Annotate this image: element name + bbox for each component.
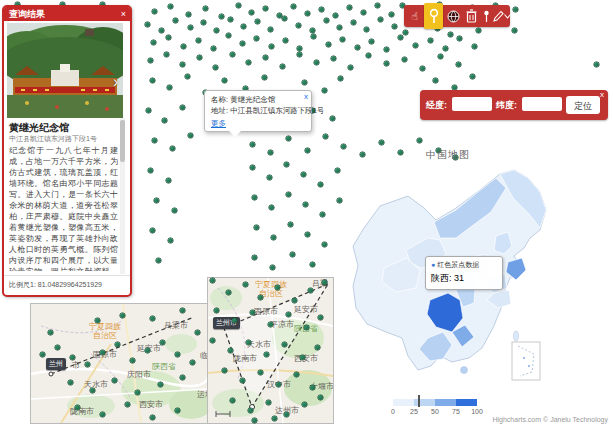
poi-marker[interactable] xyxy=(180,375,185,380)
poi-marker[interactable] xyxy=(214,308,219,313)
poi-marker[interactable] xyxy=(210,278,215,283)
poi-marker[interactable] xyxy=(166,35,171,40)
poi-marker[interactable] xyxy=(413,43,418,48)
poi-marker[interactable] xyxy=(305,232,310,237)
poi-marker[interactable] xyxy=(379,140,384,145)
poi-marker[interactable] xyxy=(148,168,153,173)
poi-marker[interactable] xyxy=(219,14,224,19)
poi-marker[interactable] xyxy=(304,325,309,330)
poi-marker[interactable] xyxy=(248,408,253,413)
poi-marker[interactable] xyxy=(284,162,289,167)
poi-marker[interactable] xyxy=(337,25,342,30)
poi-marker[interactable] xyxy=(151,40,156,45)
poi-marker[interactable] xyxy=(232,318,237,323)
poi-marker[interactable] xyxy=(428,38,433,43)
poi-marker[interactable] xyxy=(120,313,125,318)
poi-marker[interactable] xyxy=(197,55,202,60)
poi-marker[interactable] xyxy=(347,5,352,10)
poi-marker[interactable] xyxy=(90,388,95,393)
poi-marker[interactable] xyxy=(280,64,285,69)
globe-tool[interactable] xyxy=(445,5,462,27)
poi-marker[interactable] xyxy=(164,52,169,57)
poi-marker[interactable] xyxy=(95,318,100,323)
poi-marker[interactable] xyxy=(255,19,260,24)
poi-marker[interactable] xyxy=(456,62,461,67)
poi-marker[interactable] xyxy=(301,172,306,177)
scrollbar-thumb[interactable] xyxy=(120,120,125,162)
poi-marker[interactable] xyxy=(322,88,327,93)
poi-marker[interactable] xyxy=(311,34,316,39)
poi-marker[interactable] xyxy=(268,150,273,155)
poi-marker[interactable] xyxy=(310,262,315,267)
poi-marker[interactable] xyxy=(315,345,320,350)
poi-marker[interactable] xyxy=(112,378,117,383)
poi-marker[interactable] xyxy=(258,295,263,300)
poi-marker[interactable] xyxy=(283,38,288,43)
poi-marker[interactable] xyxy=(145,348,150,353)
poi-marker[interactable] xyxy=(85,362,90,367)
poi-marker[interactable] xyxy=(152,138,157,143)
poi-marker[interactable] xyxy=(296,23,301,28)
inset-map-northwest[interactable]: 宁夏回族自治区固原市延安市吕梁市临陕西省庆阳市天水市西安市运城陇南市兰州市 xyxy=(30,303,209,424)
poi-marker[interactable] xyxy=(302,402,307,407)
poi-marker[interactable] xyxy=(135,390,140,395)
poi-marker[interactable] xyxy=(70,355,75,360)
poi-marker[interactable] xyxy=(457,36,462,41)
poi-marker[interactable] xyxy=(263,6,268,11)
poi-marker[interactable] xyxy=(337,198,342,203)
poi-marker[interactable] xyxy=(188,25,193,30)
poi-marker[interactable] xyxy=(185,74,190,79)
poi-marker[interactable] xyxy=(308,288,313,293)
poi-marker[interactable] xyxy=(364,27,369,32)
poi-marker[interactable] xyxy=(175,408,180,413)
add-marker-tool[interactable] xyxy=(424,3,443,29)
poi-marker[interactable] xyxy=(270,265,275,270)
poi-marker[interactable] xyxy=(196,38,201,43)
poi-marker[interactable] xyxy=(476,28,481,33)
poi-marker[interactable] xyxy=(150,228,155,233)
poi-marker[interactable] xyxy=(55,345,60,350)
poi-marker[interactable] xyxy=(252,255,257,260)
poi-marker[interactable] xyxy=(470,74,475,79)
poi-marker[interactable] xyxy=(297,52,302,57)
toolbar-dropdown[interactable] xyxy=(503,5,511,27)
poi-marker[interactable] xyxy=(512,28,517,33)
poi-marker[interactable] xyxy=(254,225,259,230)
poi-marker[interactable] xyxy=(305,148,310,153)
poi-description[interactable]: 纪念馆于一九八七年十月建成，占地一万六千平方米，为仿古式建筑，琉璃瓦盖顶，红墙环… xyxy=(9,145,118,271)
poi-marker[interactable] xyxy=(282,342,287,347)
delete-tool[interactable] xyxy=(463,5,480,27)
poi-marker[interactable] xyxy=(318,395,323,400)
poi-marker[interactable] xyxy=(282,16,287,21)
poi-marker[interactable] xyxy=(366,53,371,58)
coords-close-icon[interactable]: x xyxy=(600,90,604,99)
poi-marker[interactable] xyxy=(361,10,366,15)
poi-marker[interactable] xyxy=(150,78,155,83)
poi-marker[interactable] xyxy=(392,24,397,29)
poi-marker[interactable] xyxy=(268,27,273,32)
longitude-input[interactable] xyxy=(452,97,492,111)
poi-marker[interactable] xyxy=(389,12,394,17)
poi-marker[interactable] xyxy=(240,378,245,383)
poi-marker[interactable] xyxy=(226,33,231,38)
poi-marker[interactable] xyxy=(40,352,45,357)
poi-marker[interactable] xyxy=(323,134,328,139)
poi-marker[interactable] xyxy=(162,118,167,123)
poi-marker[interactable] xyxy=(236,3,241,8)
poi-marker[interactable] xyxy=(324,18,329,23)
poi-marker[interactable] xyxy=(213,65,218,70)
poi-marker[interactable] xyxy=(303,202,308,207)
poi-marker[interactable] xyxy=(417,138,422,143)
poi-marker[interactable] xyxy=(230,398,235,403)
poi-marker[interactable] xyxy=(318,182,323,187)
poi-marker[interactable] xyxy=(222,368,227,373)
poi-marker[interactable] xyxy=(448,32,453,37)
poi-marker[interactable] xyxy=(48,330,53,335)
poi-marker[interactable] xyxy=(150,316,155,321)
poi-marker[interactable] xyxy=(331,56,336,61)
more-link[interactable]: 更多 xyxy=(211,119,226,129)
poi-marker[interactable] xyxy=(355,45,360,50)
poi-marker[interactable] xyxy=(403,30,408,35)
poi-marker[interactable] xyxy=(384,61,389,66)
poi-marker[interactable] xyxy=(300,355,305,360)
